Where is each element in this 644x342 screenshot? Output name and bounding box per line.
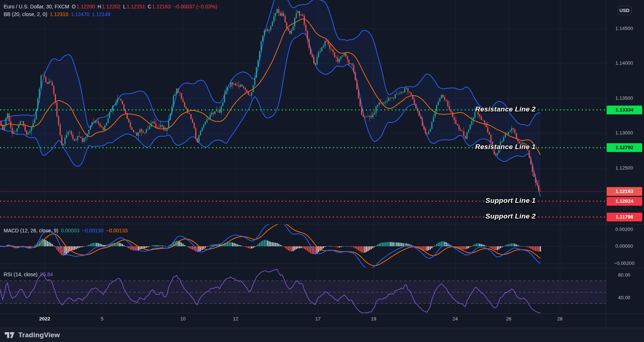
macd-signal-value: −0.00133 xyxy=(106,228,128,233)
open-value: 1.12200 xyxy=(76,4,95,10)
time-tick-19[interactable]: 19 xyxy=(371,316,376,322)
tradingview-brand[interactable]: TradingView xyxy=(4,331,60,339)
open-label: O xyxy=(72,4,76,10)
macd-legend-row[interactable]: MACD (12, 26, close, 9) 0.00003 −0.00130… xyxy=(4,227,130,234)
support1-line-label[interactable]: Support Line 1 xyxy=(486,197,536,205)
price-pane-legend: Euro / U.S. Dollar, 30, FXCM O 1.12200 H… xyxy=(4,3,220,18)
macd-tick[interactable]: −0.00200 xyxy=(607,261,642,266)
footer-bar: TradingView xyxy=(0,328,644,342)
close-label: C xyxy=(148,4,151,10)
price-tick[interactable]: 1.14000 xyxy=(607,60,642,66)
macd-pane-legend: MACD (12, 26, close, 9) 0.00003 −0.00130… xyxy=(4,227,130,234)
macd-tick[interactable]: 0.00200 xyxy=(607,227,642,232)
price-tick[interactable]: 1.13500 xyxy=(607,95,642,101)
high-value: 1.12202 xyxy=(102,4,121,10)
bb-basis-value: 1.12310 xyxy=(50,11,68,17)
support1-price-badge: 1.12024 xyxy=(607,197,642,206)
low-label: L xyxy=(123,4,126,10)
tradingview-logo-icon xyxy=(4,331,15,339)
macd-tick[interactable]: 0.00000 xyxy=(607,243,642,249)
bb-lower-value: 1.12149 xyxy=(92,11,111,17)
resistance1-line-label[interactable]: Resistance Line 1 xyxy=(475,143,536,151)
support2-price-badge: 1.11798 xyxy=(607,213,642,221)
resistance2-price-badge: 1.13334 xyxy=(607,106,642,114)
bollinger-legend-row[interactable]: BB (20, close, 2, 0) 1.12310 1.12470 1.1… xyxy=(4,10,220,18)
change-value: −0.00037 (−0.03%) xyxy=(173,4,217,10)
time-tick-17[interactable]: 17 xyxy=(315,316,321,322)
rsi-pane-legend: RSI (14, close) 25.84 xyxy=(4,270,56,278)
symbol-title[interactable]: Euro / U.S. Dollar, 30, FXCM xyxy=(4,4,69,10)
time-tick-12[interactable]: 12 xyxy=(233,316,238,322)
rsi-label[interactable]: RSI (14, close) xyxy=(4,271,38,277)
time-tick-24[interactable]: 24 xyxy=(453,316,458,322)
currency-usd-button[interactable]: USD xyxy=(617,6,632,15)
close-value: 1.12163 xyxy=(152,4,171,10)
time-tick-5[interactable]: 5 xyxy=(101,316,103,322)
time-tick-26[interactable]: 26 xyxy=(506,316,511,322)
rsi-value: 25.84 xyxy=(40,271,53,277)
price-tick[interactable]: 1.12500 xyxy=(607,165,642,171)
macd-line-value: −0.00130 xyxy=(82,228,104,233)
time-tick-2022[interactable]: 2022 xyxy=(39,316,50,322)
brand-text: TradingView xyxy=(18,331,60,339)
bb-upper-value: 1.12470 xyxy=(71,11,90,17)
chart-canvas[interactable] xyxy=(0,0,644,342)
resistance1-price-badge: 1.12792 xyxy=(607,143,642,152)
support2-line-label[interactable]: Support Line 2 xyxy=(486,212,536,220)
high-label: H xyxy=(97,4,101,10)
price-tick[interactable]: 1.14500 xyxy=(607,26,642,31)
time-tick-10[interactable]: 10 xyxy=(180,316,186,322)
resistance2-line-label[interactable]: Resistance Line 2 xyxy=(475,105,536,113)
symbol-legend-row[interactable]: Euro / U.S. Dollar, 30, FXCM O 1.12200 H… xyxy=(4,3,220,10)
low-value: 1.12151 xyxy=(127,4,145,10)
rsi-tick[interactable]: 40.00 xyxy=(607,295,642,300)
rsi-legend-row[interactable]: RSI (14, close) 25.84 xyxy=(4,270,56,278)
bollinger-label[interactable]: BB (20, close, 2, 0) xyxy=(4,11,47,17)
price-tick[interactable]: 1.13000 xyxy=(607,130,642,136)
tradingview-chart-window: Euro / U.S. Dollar, 30, FXCM O 1.12200 H… xyxy=(0,0,644,342)
macd-hist-value: 0.00003 xyxy=(61,228,79,233)
rsi-tick[interactable]: 80.00 xyxy=(607,272,642,278)
last-price-badge: 1.12163 xyxy=(607,187,642,196)
time-tick-28[interactable]: 28 xyxy=(557,316,562,322)
macd-label[interactable]: MACD (12, 26, close, 9) xyxy=(4,228,58,233)
